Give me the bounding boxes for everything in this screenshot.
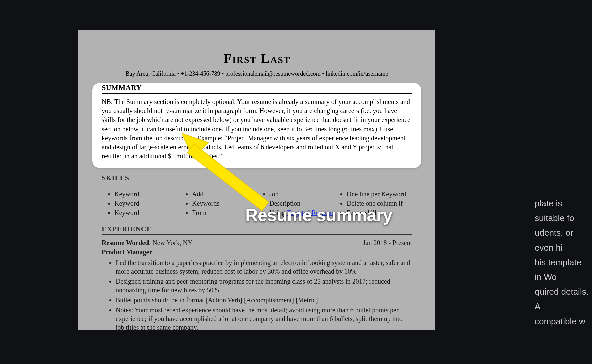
experience-heading: EXPERIENCE	[102, 224, 412, 235]
company-name: Resume Worded	[102, 239, 149, 246]
experience-entry: Resume Worded, New York, NY Jan 2018 - P…	[102, 238, 412, 330]
skill-item: Add	[192, 190, 257, 198]
exp-bullet: Bullet points should be in format [Actio…	[116, 296, 412, 304]
summary-heading: SUMMARY	[102, 83, 412, 94]
resume-page: First Last Bay Area, California • +1-234…	[78, 30, 435, 330]
skill-item: One line per Keyword	[347, 190, 412, 198]
exp-bullet: Notes: Your most recent experience shoul…	[116, 306, 412, 330]
job-dates: Jan 2018 - Present	[363, 238, 412, 247]
skill-item: Keyword	[114, 190, 180, 198]
exp-bullet: Led the transition to a paperless practi…	[116, 258, 412, 276]
job-title: Product Manager	[102, 248, 412, 256]
summary-highlight: SUMMARY NB: The Summary section is compl…	[92, 83, 421, 168]
annotation-label: Resume summary	[245, 205, 392, 225]
skill-item: Keyword	[114, 208, 180, 217]
exp-bullet: Designed training and peer-mentoring pro…	[116, 277, 412, 294]
skill-item: Keyword	[114, 199, 180, 208]
resume-name: First Last	[102, 50, 412, 67]
contact-line: Bay Area, California • +1-234-456-789 • …	[102, 70, 412, 78]
skill-item: Job	[269, 190, 335, 198]
background-body-text: plate is suitable fo udents, or even hi …	[532, 193, 592, 331]
summary-body: NB: The Summary section is completely op…	[102, 97, 412, 161]
skills-heading: SKILLS	[102, 173, 412, 184]
